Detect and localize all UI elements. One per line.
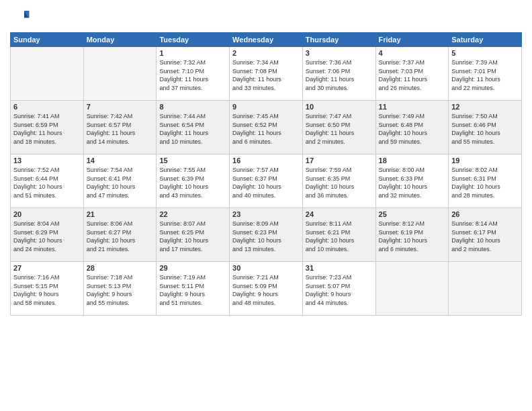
calendar-body: 1Sunrise: 7:32 AM Sunset: 7:10 PM Daylig… (11, 47, 522, 316)
day-number: 8 (159, 103, 226, 111)
day-info: Sunrise: 7:45 AM Sunset: 6:52 PM Dayligh… (232, 112, 300, 146)
calendar-cell: 21Sunrise: 8:06 AM Sunset: 6:27 PM Dayli… (83, 208, 157, 262)
day-info: Sunrise: 7:21 AM Sunset: 5:09 PM Dayligh… (232, 273, 300, 307)
calendar-week-row: 6Sunrise: 7:41 AM Sunset: 6:59 PM Daylig… (11, 101, 522, 154)
day-number: 1 (159, 49, 226, 57)
calendar-cell: 26Sunrise: 8:14 AM Sunset: 6:17 PM Dayli… (449, 208, 522, 262)
day-number: 7 (87, 103, 154, 111)
weekday-header: Thursday (302, 33, 375, 47)
day-number: 14 (87, 156, 154, 165)
calendar-cell (375, 262, 449, 316)
calendar-cell: 20Sunrise: 8:04 AM Sunset: 6:29 PM Dayli… (11, 208, 84, 262)
calendar-cell: 27Sunrise: 7:16 AM Sunset: 5:15 PM Dayli… (11, 262, 84, 316)
day-info: Sunrise: 7:59 AM Sunset: 6:35 PM Dayligh… (306, 166, 373, 199)
calendar-cell: 1Sunrise: 7:32 AM Sunset: 7:10 PM Daylig… (157, 47, 230, 101)
day-number: 25 (379, 210, 446, 218)
day-number: 18 (379, 156, 446, 165)
calendar-cell: 2Sunrise: 7:34 AM Sunset: 7:08 PM Daylig… (230, 47, 303, 101)
calendar-cell: 31Sunrise: 7:23 AM Sunset: 5:07 PM Dayli… (302, 262, 375, 316)
day-info: Sunrise: 7:50 AM Sunset: 6:46 PM Dayligh… (451, 112, 519, 146)
day-info: Sunrise: 7:42 AM Sunset: 6:57 PM Dayligh… (87, 112, 154, 146)
header (10, 7, 522, 27)
day-info: Sunrise: 7:41 AM Sunset: 6:59 PM Dayligh… (13, 112, 81, 146)
weekday-header: Monday (83, 33, 157, 47)
calendar-cell (83, 47, 157, 101)
day-number: 9 (232, 103, 300, 111)
calendar-cell: 28Sunrise: 7:18 AM Sunset: 5:13 PM Dayli… (83, 262, 157, 316)
calendar-header: SundayMondayTuesdayWednesdayThursdayFrid… (11, 33, 522, 47)
day-number: 3 (306, 49, 373, 57)
calendar-week-row: 1Sunrise: 7:32 AM Sunset: 7:10 PM Daylig… (11, 47, 522, 101)
day-info: Sunrise: 7:18 AM Sunset: 5:13 PM Dayligh… (87, 273, 154, 307)
logo (10, 7, 33, 27)
day-number: 31 (306, 264, 373, 272)
calendar-cell: 16Sunrise: 7:57 AM Sunset: 6:37 PM Dayli… (230, 154, 303, 208)
calendar-cell: 9Sunrise: 7:45 AM Sunset: 6:52 PM Daylig… (230, 101, 303, 154)
day-info: Sunrise: 8:00 AM Sunset: 6:33 PM Dayligh… (379, 166, 446, 199)
day-info: Sunrise: 7:47 AM Sunset: 6:50 PM Dayligh… (306, 112, 373, 146)
weekday-row: SundayMondayTuesdayWednesdayThursdayFrid… (11, 33, 522, 47)
day-number: 2 (232, 49, 300, 57)
page: SundayMondayTuesdayWednesdayThursdayFrid… (0, 0, 532, 411)
day-info: Sunrise: 8:09 AM Sunset: 6:23 PM Dayligh… (232, 220, 300, 253)
day-info: Sunrise: 7:57 AM Sunset: 6:37 PM Dayligh… (232, 166, 300, 199)
day-info: Sunrise: 7:32 AM Sunset: 7:10 PM Dayligh… (159, 58, 226, 92)
calendar-cell: 22Sunrise: 8:07 AM Sunset: 6:25 PM Dayli… (157, 208, 230, 262)
calendar-cell: 7Sunrise: 7:42 AM Sunset: 6:57 PM Daylig… (83, 101, 157, 154)
day-info: Sunrise: 8:04 AM Sunset: 6:29 PM Dayligh… (13, 220, 81, 253)
day-number: 20 (13, 210, 81, 218)
calendar-cell (449, 262, 522, 316)
day-info: Sunrise: 8:12 AM Sunset: 6:19 PM Dayligh… (379, 220, 446, 253)
day-number: 11 (379, 103, 446, 111)
day-info: Sunrise: 7:49 AM Sunset: 6:48 PM Dayligh… (379, 112, 446, 146)
calendar-cell: 25Sunrise: 8:12 AM Sunset: 6:19 PM Dayli… (375, 208, 449, 262)
day-info: Sunrise: 7:52 AM Sunset: 6:44 PM Dayligh… (13, 166, 81, 199)
calendar-cell: 23Sunrise: 8:09 AM Sunset: 6:23 PM Dayli… (230, 208, 303, 262)
day-info: Sunrise: 7:37 AM Sunset: 7:03 PM Dayligh… (379, 58, 446, 92)
day-number: 28 (87, 264, 154, 272)
day-number: 24 (306, 210, 373, 218)
calendar-cell: 12Sunrise: 7:50 AM Sunset: 6:46 PM Dayli… (449, 101, 522, 154)
calendar-cell: 18Sunrise: 8:00 AM Sunset: 6:33 PM Dayli… (375, 154, 449, 208)
calendar-cell: 14Sunrise: 7:54 AM Sunset: 6:41 PM Dayli… (83, 154, 157, 208)
calendar-cell: 11Sunrise: 7:49 AM Sunset: 6:48 PM Dayli… (375, 101, 449, 154)
day-info: Sunrise: 7:19 AM Sunset: 5:11 PM Dayligh… (159, 273, 226, 307)
day-number: 19 (451, 156, 519, 165)
day-number: 5 (451, 49, 519, 57)
day-number: 29 (159, 264, 226, 272)
day-info: Sunrise: 7:54 AM Sunset: 6:41 PM Dayligh… (87, 166, 154, 199)
calendar-week-row: 13Sunrise: 7:52 AM Sunset: 6:44 PM Dayli… (11, 154, 522, 208)
day-number: 12 (451, 103, 519, 111)
day-number: 21 (87, 210, 154, 218)
day-number: 23 (232, 210, 300, 218)
day-number: 16 (232, 156, 300, 165)
calendar-week-row: 27Sunrise: 7:16 AM Sunset: 5:15 PM Dayli… (11, 262, 522, 316)
day-number: 30 (232, 264, 300, 272)
day-info: Sunrise: 7:39 AM Sunset: 7:01 PM Dayligh… (451, 58, 519, 92)
calendar-cell: 24Sunrise: 8:11 AM Sunset: 6:21 PM Dayli… (302, 208, 375, 262)
weekday-header: Tuesday (157, 33, 230, 47)
calendar-cell: 15Sunrise: 7:55 AM Sunset: 6:39 PM Dayli… (157, 154, 230, 208)
day-info: Sunrise: 7:36 AM Sunset: 7:06 PM Dayligh… (306, 58, 373, 92)
day-number: 27 (13, 264, 81, 272)
calendar-cell: 8Sunrise: 7:44 AM Sunset: 6:54 PM Daylig… (157, 101, 230, 154)
day-number: 13 (13, 156, 81, 165)
calendar-cell: 29Sunrise: 7:19 AM Sunset: 5:11 PM Dayli… (157, 262, 230, 316)
day-info: Sunrise: 8:11 AM Sunset: 6:21 PM Dayligh… (306, 220, 373, 253)
calendar-week-row: 20Sunrise: 8:04 AM Sunset: 6:29 PM Dayli… (11, 208, 522, 262)
calendar-cell: 17Sunrise: 7:59 AM Sunset: 6:35 PM Dayli… (302, 154, 375, 208)
day-info: Sunrise: 7:23 AM Sunset: 5:07 PM Dayligh… (306, 273, 373, 307)
weekday-header: Friday (375, 33, 449, 47)
day-number: 17 (306, 156, 373, 165)
day-info: Sunrise: 8:07 AM Sunset: 6:25 PM Dayligh… (159, 220, 226, 253)
day-info: Sunrise: 7:44 AM Sunset: 6:54 PM Dayligh… (159, 112, 226, 146)
weekday-header: Saturday (449, 33, 522, 47)
day-number: 4 (379, 49, 446, 57)
calendar-cell (11, 47, 84, 101)
calendar-cell: 4Sunrise: 7:37 AM Sunset: 7:03 PM Daylig… (375, 47, 449, 101)
calendar-cell: 19Sunrise: 8:02 AM Sunset: 6:31 PM Dayli… (449, 154, 522, 208)
day-number: 15 (159, 156, 226, 165)
day-info: Sunrise: 8:02 AM Sunset: 6:31 PM Dayligh… (451, 166, 519, 199)
day-number: 6 (13, 103, 81, 111)
calendar-cell: 5Sunrise: 7:39 AM Sunset: 7:01 PM Daylig… (449, 47, 522, 101)
